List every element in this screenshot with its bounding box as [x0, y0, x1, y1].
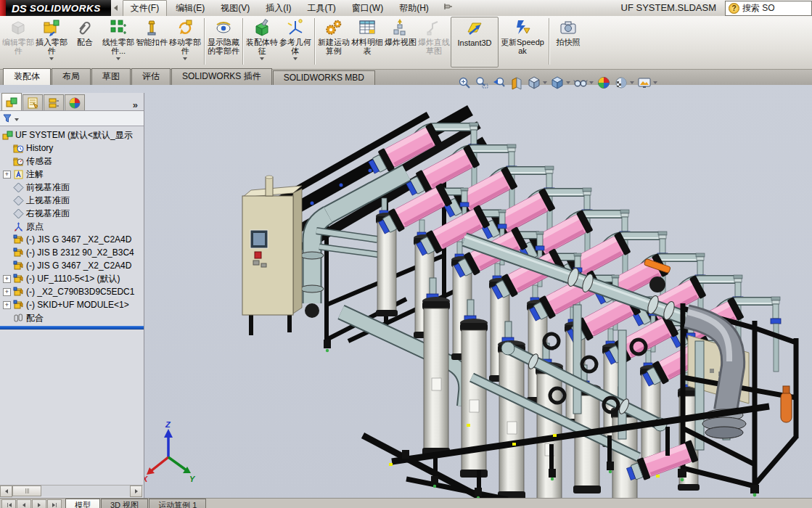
last-tab-button[interactable]	[47, 499, 62, 508]
menu-collapse-icon[interactable]	[114, 5, 118, 11]
tree-item-part[interactable]: +(-) SKID+UF MODULE<1>	[0, 298, 144, 311]
tab-configuration-manager[interactable]	[44, 94, 64, 110]
dropdown-arrow-icon[interactable]	[630, 81, 634, 84]
dropdown-arrow-icon[interactable]	[543, 81, 547, 84]
scroll-left-button[interactable]	[0, 486, 12, 497]
edit-appearance-button[interactable]	[596, 75, 611, 90]
sensors-folder-icon	[13, 156, 24, 167]
new-motion-study-button[interactable]: 新建运动算例	[317, 17, 350, 67]
tree-horizontal-scrollbar[interactable]	[0, 485, 143, 496]
take-snapshot-button[interactable]: 拍快照	[551, 17, 585, 67]
tab-display-manager[interactable]	[65, 94, 85, 110]
dropdown-arrow-icon[interactable]	[183, 57, 187, 60]
dropdown-arrow-icon[interactable]	[260, 57, 264, 60]
section-view-button[interactable]	[509, 75, 524, 90]
reference-geometry-button[interactable]: 参考几何体	[279, 17, 312, 67]
help-icon[interactable]: ?	[729, 3, 739, 14]
tree-item-history[interactable]: History	[0, 142, 144, 155]
menu-view[interactable]: 视图(V)	[213, 1, 257, 16]
tab-evaluate[interactable]: 评估	[131, 68, 171, 85]
reference-geometry-icon	[286, 18, 305, 37]
instant3d-button[interactable]: Instant3D	[451, 17, 499, 67]
menu-tools[interactable]: 工具(T)	[300, 1, 343, 16]
smart-fasteners-button[interactable]: 智能扣件	[135, 17, 168, 67]
show-hidden-components-button[interactable]: 显示隐藏的零部件	[207, 17, 240, 67]
tab-3d-views[interactable]: 3D 视图	[101, 499, 148, 508]
dropdown-arrow-icon[interactable]	[116, 57, 120, 60]
menu-edit[interactable]: 编辑(E)	[168, 1, 212, 16]
expand-toggle[interactable]: +	[3, 171, 11, 179]
bill-of-materials-button[interactable]: 材料明细表	[350, 17, 384, 67]
tree-item-part[interactable]: (-) JIS G 3467 _X2_C2A4D	[0, 259, 144, 272]
tab-solidworks-addins[interactable]: SOLIDWORKS 插件	[171, 68, 272, 85]
dropdown-arrow-icon[interactable]	[49, 57, 54, 60]
zoom-to-fit-button[interactable]	[457, 75, 472, 90]
tree-item-mates[interactable]: 配合	[0, 311, 144, 324]
exploded-view-button[interactable]: 爆炸视图	[384, 17, 417, 67]
tab-feature-manager[interactable]	[1, 93, 22, 110]
tree-item-part[interactable]: +(-) UF_1110-5<1> (默认)	[0, 272, 144, 285]
search-input[interactable]: 搜索 SO	[742, 2, 775, 15]
menu-file[interactable]: 文件(F)	[123, 0, 167, 17]
tree-item-root[interactable]: UF SYSTEM (默认<默认_显示	[0, 128, 144, 142]
assembly-features-button[interactable]: 装配体特征	[245, 17, 279, 67]
expand-toggle[interactable]: +	[3, 288, 11, 296]
tree-item-part[interactable]: (-) JIS G 3467 _X2_C2A4D	[0, 233, 144, 246]
tree-filter-bar[interactable]	[0, 111, 144, 126]
menu-insert[interactable]: 插入(I)	[258, 1, 298, 16]
display-style-button[interactable]	[550, 75, 570, 90]
dropdown-arrow-icon[interactable]	[15, 118, 19, 121]
take-snapshot-icon	[559, 18, 578, 37]
previous-view-button[interactable]	[492, 75, 507, 90]
plane-icon	[13, 195, 24, 206]
expand-toggle[interactable]: +	[3, 275, 11, 283]
edit-component-button[interactable]: 编辑零部件	[1, 17, 35, 67]
next-tab-button[interactable]	[32, 499, 46, 508]
scrollbar-thumb[interactable]	[12, 486, 41, 496]
solidworks-logo: DS SOLIDWORKS	[0, 0, 111, 16]
plane-icon	[13, 182, 24, 193]
tree-item-front-plane[interactable]: 前视基准面	[0, 181, 144, 194]
explode-line-sketch-button[interactable]: 爆炸直线草图	[417, 17, 451, 67]
panel-expand-chevron-icon[interactable]: »	[133, 99, 138, 110]
linear-pattern-button[interactable]: 线性零部件...	[102, 17, 135, 67]
view-settings-button[interactable]	[637, 75, 657, 90]
insert-component-button[interactable]: 插入零部件	[35, 17, 68, 67]
tab-solidworks-mbd[interactable]: SOLIDWORKS MBD	[273, 70, 375, 85]
zoom-to-fit-icon	[457, 75, 472, 90]
menu-help[interactable]: 帮助(H)	[392, 1, 436, 16]
apply-scene-button[interactable]	[614, 75, 634, 90]
tab-motion-study-1[interactable]: 运动算例 1	[149, 499, 206, 508]
scroll-right-button[interactable]	[130, 486, 142, 497]
previous-tab-button[interactable]	[17, 499, 31, 508]
dropdown-arrow-icon[interactable]	[293, 57, 298, 60]
tree-item-part[interactable]: (-) JIS B 2312 90_X2_B3C4	[0, 246, 144, 259]
expand-toggle[interactable]: +	[3, 301, 11, 309]
move-component-button[interactable]: 移动零部件	[168, 17, 202, 67]
tab-sketch[interactable]: 草图	[91, 68, 131, 85]
tree-item-top-plane[interactable]: 上视基准面	[0, 194, 144, 207]
mate-button[interactable]: 配合	[68, 17, 102, 67]
tab-assembly[interactable]: 装配体	[3, 68, 51, 86]
dropdown-arrow-icon[interactable]	[589, 81, 594, 84]
tab-property-manager[interactable]	[22, 94, 43, 110]
rollback-bar[interactable]	[0, 326, 144, 329]
toolbar-separator	[204, 18, 205, 65]
update-speedpak-button[interactable]: 更新Speedpak	[499, 17, 546, 67]
view-orientation-button[interactable]	[527, 75, 547, 90]
tree-item-origin[interactable]: 原点	[0, 220, 144, 233]
tree-item-annotations[interactable]: +注解	[0, 168, 144, 181]
hide-show-items-button[interactable]	[573, 75, 594, 90]
tab-layout[interactable]: 布局	[52, 68, 91, 85]
zoom-to-area-button[interactable]	[475, 75, 489, 90]
tree-item-sensors[interactable]: 传感器	[0, 155, 144, 168]
search-box[interactable]: ? 搜索 SO	[725, 1, 812, 16]
dropdown-arrow-icon[interactable]	[566, 81, 570, 84]
tree-item-right-plane[interactable]: 右视基准面	[0, 207, 144, 220]
first-tab-button[interactable]	[1, 499, 16, 508]
tab-model[interactable]: 模型	[65, 499, 100, 508]
menu-window[interactable]: 窗口(W)	[345, 1, 390, 16]
dropdown-arrow-icon[interactable]	[653, 81, 657, 84]
pin-menu-icon[interactable]	[443, 1, 453, 15]
tree-item-part[interactable]: +(-) _X2_C790B3D9C5EDC1	[0, 285, 144, 298]
